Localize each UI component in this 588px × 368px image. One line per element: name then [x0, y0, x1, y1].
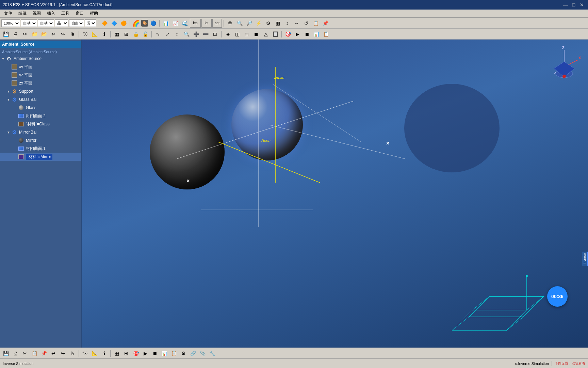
tb2-formula[interactable]: f(x) [81, 30, 89, 39]
tb2-result[interactable]: 📋 [322, 30, 330, 39]
tree-node-support[interactable]: ▼ ⚙ Support [0, 87, 81, 95]
btb-extra4[interactable]: 🔧 [208, 349, 216, 358]
toolbar-icon-3[interactable]: 🟠 [119, 19, 128, 28]
tree-node-ambsource[interactable]: ▼ ⚙ AmbientSource [0, 55, 81, 63]
tb2-icon-3[interactable]: ✂ [20, 30, 29, 39]
btb-sim5[interactable]: 📋 [169, 349, 178, 358]
tb2-view-top[interactable]: ◻ [242, 30, 251, 39]
view-icon[interactable]: 👁 [226, 19, 234, 28]
spectrum-icon[interactable]: 📊 [161, 19, 170, 28]
tb2-measure[interactable]: 📐 [90, 30, 99, 39]
tree-node-mat-glass[interactable]: `材料`=Glass [0, 120, 81, 128]
btb-m3[interactable]: ℹ [100, 349, 109, 358]
paste-icon[interactable]: 📌 [321, 19, 330, 28]
tree-node-yz[interactable]: yz 平面 [0, 71, 81, 79]
render-mode-select[interactable]: 自动手动 [21, 19, 37, 27]
btb-sim1[interactable]: 🎯 [131, 349, 140, 358]
tree-node-glass-ball[interactable]: ▼ ⚙ Glass.Ball [0, 95, 81, 104]
tb2-sim3[interactable]: ⏹ [303, 30, 311, 39]
copy-icon[interactable]: 📋 [311, 19, 320, 28]
tb2-icon-8[interactable]: 🖱 [68, 30, 77, 39]
minimize-button[interactable]: — [562, 1, 569, 8]
ies-btn[interactable]: ies [190, 19, 201, 28]
quality-select[interactable]: 品 [55, 19, 68, 27]
tb2-view-iso[interactable]: ◈ [223, 30, 232, 39]
arrow-icon[interactable]: ↕ [283, 19, 292, 28]
tb2-icon-2[interactable]: 🖨 [11, 30, 20, 39]
zoom-select[interactable]: 100%50%75%125% [1, 19, 20, 27]
tb2-move3[interactable]: ↕ [173, 30, 181, 39]
tree-node-zx[interactable]: zx 平面 [0, 79, 81, 87]
toolbar-icon-2[interactable]: 🔷 [110, 19, 118, 28]
viewport[interactable]: × × Zenith North Z X [82, 40, 588, 348]
tb2-sim[interactable]: 🎯 [283, 30, 292, 39]
color-select[interactable]: 自白 [69, 19, 84, 27]
tb2-sim2[interactable]: ▶ [293, 30, 302, 39]
display-select[interactable]: 自动手动 [38, 19, 54, 27]
btb-sim2[interactable]: ▶ [141, 349, 150, 358]
tb2-move[interactable]: ⤡ [153, 30, 162, 39]
tb2-icon-5[interactable]: 📂 [39, 30, 48, 39]
menu-file[interactable]: 文件 [1, 10, 15, 17]
menu-insert[interactable]: 插入 [44, 10, 58, 17]
tb2-fit[interactable]: ⊡ [211, 30, 219, 39]
tb2-zoom[interactable]: 🔍 [182, 30, 191, 39]
ldt-btn[interactable]: ldt [201, 19, 212, 28]
btb-extra1[interactable]: ⚙ [179, 349, 188, 358]
color2-icon[interactable]: 🎨 [141, 20, 148, 27]
arrow2-icon[interactable]: ↔ [292, 19, 301, 28]
btb-m2[interactable]: 📐 [90, 349, 99, 358]
btb-print[interactable]: 🖨 [11, 349, 20, 358]
tb2-view-persp[interactable]: ◬ [261, 30, 270, 39]
btb-formula[interactable]: f(x) [81, 349, 89, 358]
tree-node-glass[interactable]: Glass [0, 104, 81, 112]
tb2-table[interactable]: ▦ [112, 30, 121, 39]
toolbar-icon-1[interactable]: 🔶 [100, 19, 109, 28]
btb-cut[interactable]: ✂ [20, 349, 29, 358]
color3-icon[interactable]: 🔵 [149, 19, 158, 28]
tb2-view-front[interactable]: ◫ [233, 30, 242, 39]
opt-btn[interactable]: opt [212, 19, 222, 28]
tb2-icon-extra[interactable]: 🔲 [271, 30, 280, 39]
tb2-lock[interactable]: 🔒 [131, 30, 140, 39]
settings-icon[interactable]: ⚙ [264, 19, 273, 28]
zoom-out-icon[interactable]: 🔎 [245, 19, 254, 28]
tb2-grid2[interactable]: ⊞ [122, 30, 131, 39]
btb-save[interactable]: 💾 [1, 349, 10, 358]
grid-icon[interactable]: ▦ [273, 19, 282, 28]
tb2-analyze[interactable]: 📊 [312, 30, 321, 39]
tb2-zoomout[interactable]: ➖ [201, 30, 210, 39]
btb-undo[interactable]: ↩ [49, 349, 58, 358]
btb-table[interactable]: ▦ [112, 349, 121, 358]
btb-sim3[interactable]: ⏹ [150, 349, 159, 358]
tb2-undo[interactable]: ↩ [49, 30, 58, 39]
btb-copy[interactable]: 📋 [30, 349, 39, 358]
btb-extra3[interactable]: 📎 [198, 349, 207, 358]
rotate-icon[interactable]: ↺ [302, 19, 311, 28]
render-icon[interactable]: ⚡ [254, 19, 263, 28]
zoom-in-icon[interactable]: 🔍 [235, 19, 244, 28]
btb-sim4[interactable]: 📊 [160, 349, 169, 358]
tree-node-surface2[interactable]: 封闭曲面.2 [0, 112, 81, 120]
spectrum3-icon[interactable]: 🌊 [180, 19, 189, 28]
maximize-button[interactable]: □ [570, 1, 577, 8]
menu-view[interactable]: 视图 [30, 10, 44, 17]
btb-extra2[interactable]: 🔗 [189, 349, 197, 358]
menu-edit[interactable]: 编辑 [16, 10, 29, 17]
tb2-icon-1[interactable]: 💾 [1, 30, 10, 39]
btb-cursor[interactable]: 🖱 [68, 349, 77, 358]
spectrum2-icon[interactable]: 📈 [171, 19, 180, 28]
tb2-info[interactable]: ℹ [100, 30, 109, 39]
btb-redo[interactable]: ↪ [59, 349, 67, 358]
tree-node-xy[interactable]: xy 平面 [0, 63, 81, 71]
tb2-view-side[interactable]: ◼ [252, 30, 261, 39]
tb2-move2[interactable]: ⤢ [163, 30, 172, 39]
tb2-redo[interactable]: ↪ [59, 30, 67, 39]
tree-node-surface1[interactable]: 封闭曲面.1 [0, 144, 81, 153]
tb2-icon-4[interactable]: 📁 [30, 30, 39, 39]
color-palette-icon[interactable]: 🌈 [132, 19, 141, 28]
tree-node-mirror[interactable]: Mirror [0, 136, 81, 144]
menu-tools[interactable]: 工具 [59, 10, 72, 17]
btb-paste[interactable]: 📌 [39, 349, 48, 358]
menu-help[interactable]: 帮助 [87, 10, 101, 17]
